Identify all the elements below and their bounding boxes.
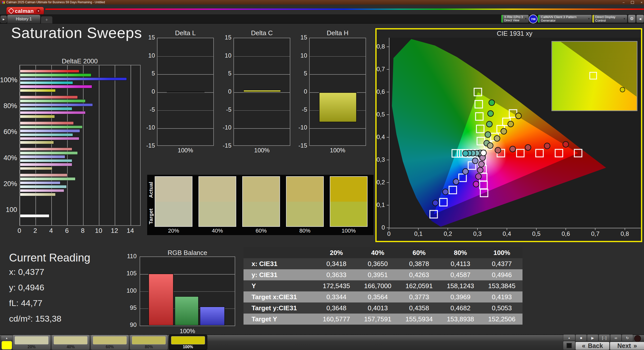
table-cell[interactable]: 153,3845 (481, 280, 522, 291)
table-cell[interactable]: 0,4587 (440, 269, 481, 280)
table-cell[interactable]: 160,5777 (316, 314, 357, 325)
deltae-bar-40% (20, 159, 72, 162)
table-cell[interactable]: 166,7000 (357, 280, 398, 291)
table-cell[interactable]: 0,4013 (357, 302, 398, 314)
pattern-swatch-button-60%[interactable]: 60% (91, 335, 129, 350)
table-cell[interactable]: 0,4263 (398, 269, 440, 280)
display-control-dropdown[interactable]: Direct Display Control ▼ (592, 15, 627, 23)
refresh-button[interactable]: ↻ (622, 334, 633, 341)
table-cell[interactable]: 0,3418 (316, 258, 357, 269)
delta-y-tick-label: 15 (140, 34, 155, 41)
deltae-bar-80% (20, 96, 78, 99)
swatch-80% (286, 176, 324, 227)
deltae-bar-60% (20, 125, 83, 129)
chevron-down-icon: ▼ (523, 17, 529, 20)
deltae-group-label: 100% (0, 76, 17, 84)
table-cell[interactable]: 0,3650 (357, 258, 398, 269)
table-cell[interactable]: 0,4113 (440, 258, 481, 269)
rgb-bar-red (148, 274, 174, 326)
settings-gear-button[interactable]: ⚙ (628, 15, 636, 23)
deltae-gridline (131, 65, 131, 225)
table-cell[interactable]: 158,1243 (440, 280, 481, 291)
delta-chart-title: Delta H (309, 29, 366, 37)
pattern-swatch-label: 40% (52, 345, 90, 349)
stop-button[interactable]: ■ (575, 334, 587, 341)
pattern-window-button[interactable] (563, 341, 575, 350)
deltae-gridline (83, 65, 84, 225)
delta-y-tick-label: 10 (217, 52, 231, 59)
deltae-chart-title: DeltaE 2000 (19, 57, 140, 65)
calman-menu-button[interactable]: calman ▼ (6, 7, 44, 15)
table-cell[interactable]: 0,4377 (481, 258, 522, 269)
deltae-bar-40% (20, 155, 65, 158)
transport-up-button[interactable]: ▲ (563, 334, 575, 341)
chevron-down-icon: ▼ (586, 17, 592, 20)
table-cell[interactable]: 0,3344 (316, 291, 357, 302)
window-title: Calman 2025 Calman Ultimate for Business… (6, 1, 105, 4)
tab-scroll-button[interactable]: ▶ (1, 16, 7, 23)
maximize-button[interactable] (631, 1, 634, 4)
cie-y-tick (387, 205, 389, 205)
cie-x-tick-label: 0,1 (408, 230, 428, 237)
current-reading-title: Current Reading (9, 251, 90, 264)
cie-x-tick (507, 228, 507, 230)
delta-y-tick-label: 15 (293, 34, 307, 41)
table-cell[interactable]: 0,4358 (398, 302, 440, 314)
rgb-y-tick-label: 90 (122, 321, 137, 328)
back-button[interactable]: « Back (575, 342, 610, 350)
cie-1931-diagram (389, 38, 641, 228)
reading-line: cd/m²: 153,38 (9, 314, 61, 329)
pattern-swatch-color (171, 336, 205, 344)
range-button[interactable]: [··] (598, 334, 610, 341)
table-cell[interactable]: 0,3773 (398, 291, 440, 302)
table-cell[interactable]: 0,3951 (357, 269, 398, 280)
measurement-table: 20%40%60%80%100%x: CIE310,34180,36500,38… (244, 247, 522, 325)
table-col-header: 80% (440, 247, 481, 258)
titlebar: Calman 2025 Calman Ultimate for Business… (0, 0, 644, 5)
target-marker-red (555, 149, 563, 157)
table-cell[interactable]: 0,3564 (357, 291, 398, 302)
table-cell[interactable]: 172,5435 (316, 280, 357, 291)
deltae-group-label: 80% (0, 102, 17, 110)
table-cell[interactable]: 153,8938 (440, 314, 481, 325)
collapse-panel-button[interactable]: ◀ (636, 15, 644, 23)
table-cell[interactable]: 0,4193 (481, 291, 522, 302)
loop-button[interactable]: ∞ (610, 334, 622, 341)
delta-y-tick-label: 5 (140, 70, 155, 77)
tab-history-1[interactable]: History 1 (7, 15, 41, 24)
swatch-target (199, 202, 236, 226)
pattern-swatch-button-80%[interactable]: 80% (130, 335, 168, 350)
table-cell[interactable]: 0,3878 (398, 258, 440, 269)
add-tab-button[interactable]: + (41, 16, 53, 24)
play-button[interactable]: ▶ (587, 334, 598, 341)
cie-x-tick (448, 228, 448, 230)
table-cell[interactable]: 0,3648 (316, 302, 357, 314)
pattern-label: CalMAN Client 3 Pattern Generator (539, 15, 586, 22)
meter-dropdown[interactable]: X-Rite i1Pro 3 Direct View ▼ (501, 15, 529, 23)
table-cell[interactable]: 152,2506 (481, 314, 522, 325)
footer-expand-button[interactable]: ▲ (1, 335, 13, 341)
table-cell[interactable]: 0,5053 (481, 302, 522, 314)
next-button[interactable]: Next » (610, 342, 644, 350)
delta-bar (319, 92, 357, 122)
pattern-swatch-button-100%[interactable]: 100% (169, 335, 207, 350)
meter-mode-badge[interactable]: 708 (529, 15, 538, 23)
table-cell[interactable]: 162,0591 (398, 280, 440, 291)
table-cell[interactable]: 155,5934 (398, 314, 440, 325)
table-cell[interactable]: 0,4946 (481, 269, 522, 280)
deltae-bar-100 (20, 214, 49, 217)
table-cell[interactable]: 157,7591 (357, 314, 398, 325)
pattern-swatch-button-20%[interactable]: 20% (12, 335, 51, 350)
close-button[interactable]: × (640, 1, 642, 4)
delta-xlabel: 100% (309, 147, 366, 154)
measured-point-red (544, 143, 550, 149)
measured-point-cyan (463, 150, 468, 156)
pattern-swatch-button-40%[interactable]: 40% (51, 335, 90, 350)
table-cell[interactable]: 0,4682 (440, 302, 481, 314)
pattern-generator-dropdown[interactable]: CalMAN Client 3 Pattern Generator ▼ (538, 15, 592, 23)
table-cell[interactable]: 0,3633 (316, 269, 357, 280)
delta-chart-title: Delta C (233, 29, 290, 37)
minimize-button[interactable]: – (623, 1, 624, 4)
table-cell[interactable]: 0,3969 (440, 291, 481, 302)
cie-y-tick-label: 0 (369, 224, 385, 231)
